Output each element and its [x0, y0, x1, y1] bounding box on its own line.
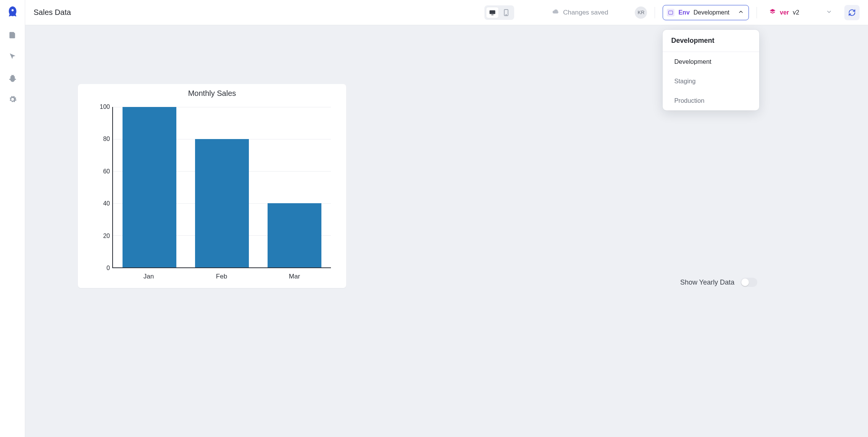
svg-rect-1	[491, 15, 494, 15]
rail-item-settings-icon[interactable]	[7, 94, 18, 105]
env-option-production[interactable]: Production	[663, 91, 759, 110]
chart-xtick: Jan	[112, 273, 185, 280]
rail-item-page-icon[interactable]	[7, 30, 18, 40]
layers-icon	[769, 8, 776, 17]
yearly-data-toggle: Show Yearly Data	[680, 278, 757, 287]
yearly-toggle-switch[interactable]	[741, 278, 757, 287]
version-label: ver	[780, 9, 789, 16]
rail-item-cursor-icon[interactable]	[7, 51, 18, 62]
env-selector[interactable]: Env Development	[663, 5, 749, 20]
svg-rect-0	[490, 10, 495, 14]
separator	[655, 7, 655, 18]
env-option-development[interactable]: Development	[663, 52, 759, 71]
svg-point-3	[506, 14, 507, 15]
chart-xtick: Feb	[185, 273, 258, 280]
chart-ytick: 40	[93, 200, 110, 207]
chart-card[interactable]: Monthly Sales JanFebMar 020406080100	[78, 84, 346, 288]
env-option-staging[interactable]: Staging	[663, 71, 759, 91]
chart-bar-rect	[195, 139, 249, 267]
rail-item-bug-icon[interactable]	[7, 73, 18, 83]
chart-ytick: 0	[93, 265, 110, 272]
chart-plot: JanFebMar 020406080100	[93, 107, 335, 268]
chart-ytick: 100	[93, 104, 110, 110]
page-title: Sales Data	[34, 8, 71, 17]
env-dropdown: Development Development Staging Producti…	[663, 30, 759, 110]
env-label: Env	[678, 9, 689, 16]
env-dropdown-head: Development	[663, 30, 759, 52]
chart-title: Monthly Sales	[78, 89, 346, 98]
chart-bar-rect	[123, 107, 176, 267]
cloud-check-icon	[552, 8, 559, 17]
chart-ytick: 60	[93, 168, 110, 175]
chart-bar	[113, 107, 186, 267]
device-desktop-button[interactable]	[486, 7, 499, 18]
save-status-text: Changes saved	[563, 9, 608, 16]
yearly-toggle-label: Show Yearly Data	[680, 278, 734, 286]
device-mobile-button[interactable]	[500, 7, 513, 18]
environment-icon	[667, 9, 674, 16]
chart-xtick: Mar	[258, 273, 331, 280]
chevron-down-icon	[826, 9, 832, 16]
chart-bar	[258, 107, 331, 267]
save-status: Changes saved	[552, 8, 608, 17]
switch-knob	[741, 278, 749, 286]
device-toggle	[484, 5, 514, 20]
env-value: Development	[694, 9, 729, 16]
logo-rocket-icon	[6, 5, 19, 18]
refresh-button[interactable]	[844, 5, 860, 20]
left-rail	[0, 0, 25, 437]
chevron-up-icon	[738, 9, 744, 16]
version-selector[interactable]: ver v2	[765, 5, 837, 20]
chart-bar-rect	[268, 203, 321, 267]
top-bar: Sales Data Changes saved KR	[25, 0, 868, 25]
chart-ytick: 80	[93, 136, 110, 142]
version-value: v2	[793, 9, 799, 16]
chart-bar	[186, 107, 258, 267]
chart-ytick: 20	[93, 233, 110, 240]
user-avatar[interactable]: KR	[635, 6, 647, 19]
separator	[757, 7, 757, 18]
